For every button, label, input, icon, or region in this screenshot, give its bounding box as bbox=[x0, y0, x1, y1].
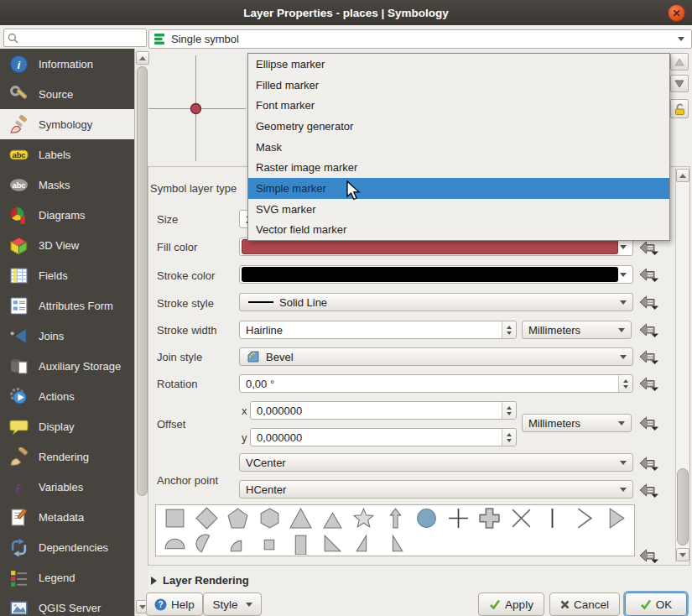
close-button[interactable]: ✕ bbox=[668, 4, 685, 22]
stroke-color-dropdown-arrow[interactable] bbox=[620, 273, 627, 277]
main-scroll-thumb[interactable] bbox=[677, 468, 689, 546]
anchor-horizontal-data-defined-override-button[interactable] bbox=[638, 482, 660, 499]
sidebar-item-3d-view[interactable]: 3D View bbox=[0, 230, 134, 260]
offset-unit-combobox[interactable]: Millimeters bbox=[522, 414, 632, 432]
shape-line[interactable] bbox=[537, 505, 569, 530]
dropdown-item-svg-marker[interactable]: SVG marker bbox=[248, 199, 669, 220]
shape-arrow[interactable] bbox=[380, 505, 412, 530]
apply-button[interactable]: Apply bbox=[478, 593, 544, 616]
sidebar-scroll-thumb[interactable] bbox=[137, 66, 148, 496]
rotation-spinbox[interactable]: 0,00 ° bbox=[239, 374, 633, 393]
stroke-style-combobox[interactable]: Solid Line bbox=[239, 293, 633, 311]
sidebar-item-rendering[interactable]: Rendering bbox=[0, 441, 134, 472]
shape-arrowhead[interactable] bbox=[569, 505, 601, 530]
shape-right-half-triangle[interactable] bbox=[348, 530, 380, 556]
sidebar-item-labels[interactable]: abcLabels bbox=[0, 139, 134, 170]
style-button[interactable]: Style bbox=[203, 593, 262, 616]
shape-quarter-circle[interactable] bbox=[222, 530, 254, 556]
shape-cross[interactable] bbox=[443, 505, 475, 530]
join-style-data-defined-override-button[interactable] bbox=[638, 348, 660, 365]
offset-x-spinbox[interactable]: 0,000000 bbox=[250, 401, 517, 420]
help-button[interactable]: ? Help bbox=[146, 593, 203, 616]
offset-x-spin-buttons[interactable] bbox=[502, 402, 516, 419]
search-input[interactable] bbox=[3, 29, 147, 47]
dropdown-item-vector-field-marker[interactable]: Vector field marker bbox=[248, 219, 669, 240]
shape-half-square[interactable] bbox=[285, 530, 317, 556]
shape-pentagon[interactable] bbox=[222, 505, 254, 530]
offset-y-spin-buttons[interactable] bbox=[502, 429, 516, 446]
dropdown-item-simple-marker[interactable]: Simple marker bbox=[248, 178, 669, 199]
stroke-color-button[interactable] bbox=[239, 265, 633, 284]
dropdown-item-ellipse-marker[interactable]: Ellipse marker bbox=[248, 54, 669, 75]
shape-triangle[interactable] bbox=[285, 505, 317, 530]
stroke-color-swatch bbox=[242, 267, 618, 282]
shape-semi-circle[interactable] bbox=[159, 530, 191, 556]
sidebar-item-variables[interactable]: εVariables bbox=[0, 472, 134, 502]
shape-equilateral-triangle[interactable] bbox=[317, 505, 349, 530]
sidebar-item-symbology[interactable]: Symbology bbox=[0, 109, 134, 139]
titlebar[interactable]: Layer Properties - places | Symbology ✕ bbox=[0, 0, 692, 26]
sidebar-item-auxiliary-storage[interactable]: Auxiliary Storage bbox=[0, 351, 134, 381]
offset-y-spinbox[interactable]: 0,000000 bbox=[250, 428, 517, 446]
stroke-width-spin-buttons[interactable] bbox=[502, 321, 516, 338]
offset-data-defined-override-button[interactable] bbox=[638, 415, 660, 431]
shape-star[interactable] bbox=[348, 505, 380, 530]
sidebar-item-qgis-server[interactable]: QGIS Server bbox=[0, 593, 134, 616]
sidebar-item-source[interactable]: Source bbox=[0, 79, 134, 109]
dropdown-item-mask[interactable]: Mask bbox=[248, 137, 669, 158]
rotation-spin-buttons[interactable] bbox=[618, 375, 632, 392]
stroke-width-data-defined-override-button[interactable] bbox=[638, 321, 660, 338]
sidebar-item-fields[interactable]: Fields bbox=[0, 260, 134, 290]
dropdown-item-geometry-generator[interactable]: Geometry generator bbox=[248, 116, 669, 137]
join-style-combobox[interactable]: Bevel bbox=[239, 347, 633, 366]
dropdown-item-font-marker[interactable]: Font marker bbox=[248, 95, 669, 116]
sidebar-item-legend[interactable]: Legend bbox=[0, 562, 134, 593]
rotation-data-defined-override-button[interactable] bbox=[638, 375, 660, 392]
fill-color-data-defined-override-button[interactable] bbox=[638, 239, 660, 256]
shape-third-circle[interactable] bbox=[191, 530, 223, 556]
stroke-style-data-defined-override-button[interactable] bbox=[638, 294, 660, 311]
main-scroll-down[interactable] bbox=[676, 548, 689, 561]
stroke-width-unit-combobox[interactable]: Millimeters bbox=[522, 321, 632, 339]
shape-circle-selected[interactable] bbox=[411, 505, 443, 530]
sidebar-item-attributes-form[interactable]: Attributes Form bbox=[0, 290, 134, 321]
renderer-combobox[interactable]: Single symbol bbox=[148, 29, 692, 49]
main-scroll-up[interactable] bbox=[676, 169, 689, 182]
sidebar-item-dependencies[interactable]: Dependencies bbox=[0, 532, 134, 562]
move-symbol-layer-up-button[interactable] bbox=[670, 53, 689, 70]
sidebar-item-actions[interactable]: Actions bbox=[0, 381, 134, 411]
lock-color-button[interactable] bbox=[670, 99, 689, 118]
anchor-vertical-combobox[interactable]: VCenter bbox=[239, 453, 633, 472]
stroke-width-spinbox[interactable]: Hairline bbox=[239, 321, 517, 339]
sidebar-item-diagrams[interactable]: Diagrams bbox=[0, 200, 134, 230]
dropdown-item-filled-marker[interactable]: Filled marker bbox=[248, 75, 669, 96]
sidebar-item-display[interactable]: Display bbox=[0, 411, 134, 441]
move-symbol-layer-down-button[interactable] bbox=[670, 75, 689, 92]
shape-hexagon[interactable] bbox=[254, 505, 286, 530]
ok-button[interactable]: OK bbox=[625, 593, 687, 616]
shape-diamond[interactable] bbox=[191, 505, 223, 530]
sidebar-item-masks[interactable]: abcMasks bbox=[0, 170, 134, 200]
sidebar-item-metadata[interactable]: Metadata bbox=[0, 502, 134, 532]
shape-left-half-triangle[interactable] bbox=[380, 530, 412, 556]
shape-filled-arrowhead[interactable] bbox=[600, 505, 632, 530]
stroke-color-data-defined-override-button[interactable] bbox=[638, 266, 660, 283]
anchor-vertical-data-defined-override-button[interactable] bbox=[638, 455, 660, 472]
sidebar-item-label: Actions bbox=[39, 390, 75, 403]
cancel-button[interactable]: Cancel bbox=[549, 593, 620, 616]
shape-cross2[interactable] bbox=[506, 505, 538, 530]
shape-data-defined-override-button[interactable] bbox=[638, 547, 660, 564]
shape-cross-fill[interactable] bbox=[474, 505, 506, 530]
sidebar-item-joins[interactable]: Joins bbox=[0, 321, 134, 351]
shape-square[interactable] bbox=[159, 505, 191, 530]
sidebar-scroll-up[interactable] bbox=[136, 51, 149, 65]
sidebar-scrollbar[interactable] bbox=[134, 49, 148, 616]
main-scrollbar[interactable] bbox=[675, 168, 689, 562]
shape-diagonal-half-square[interactable] bbox=[317, 530, 349, 556]
anchor-horizontal-combobox[interactable]: HCenter bbox=[239, 480, 633, 499]
dropdown-item-raster-image-marker[interactable]: Raster image marker bbox=[248, 157, 669, 178]
shape-quarter-square[interactable] bbox=[254, 530, 286, 556]
sidebar-item-information[interactable]: iInformation bbox=[0, 49, 134, 79]
fill-color-dropdown-arrow[interactable] bbox=[620, 245, 627, 249]
layer-rendering-section[interactable]: Layer Rendering bbox=[151, 574, 249, 587]
